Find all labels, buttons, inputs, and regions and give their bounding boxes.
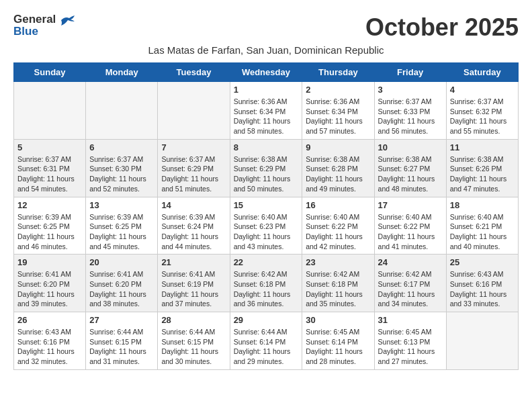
day-number: 18 xyxy=(450,200,515,210)
day-number: 11 xyxy=(450,142,515,152)
day-info: Sunrise: 6:38 AM Sunset: 6:26 PM Dayligh… xyxy=(450,154,515,194)
table-row: 4Sunrise: 6:37 AM Sunset: 6:32 PM Daylig… xyxy=(446,82,518,140)
table-row: 2Sunrise: 6:36 AM Sunset: 6:34 PM Daylig… xyxy=(302,82,374,140)
table-row: 12Sunrise: 6:39 AM Sunset: 6:25 PM Dayli… xyxy=(14,197,86,255)
day-info: Sunrise: 6:40 AM Sunset: 6:23 PM Dayligh… xyxy=(234,212,299,252)
table-row: 10Sunrise: 6:38 AM Sunset: 6:27 PM Dayli… xyxy=(374,139,446,197)
table-row: 24Sunrise: 6:42 AM Sunset: 6:17 PM Dayli… xyxy=(374,255,446,312)
table-row: 28Sunrise: 6:44 AM Sunset: 6:15 PM Dayli… xyxy=(158,312,230,370)
table-row: 5Sunrise: 6:37 AM Sunset: 6:31 PM Daylig… xyxy=(14,139,86,197)
day-info: Sunrise: 6:44 AM Sunset: 6:15 PM Dayligh… xyxy=(161,327,226,367)
day-number: 3 xyxy=(378,85,443,95)
calendar-header-row: Sunday Monday Tuesday Wednesday Thursday… xyxy=(14,63,519,82)
calendar-week-row: 1Sunrise: 6:36 AM Sunset: 6:34 PM Daylig… xyxy=(14,82,519,140)
day-info: Sunrise: 6:37 AM Sunset: 6:31 PM Dayligh… xyxy=(17,154,82,194)
day-number: 10 xyxy=(378,142,443,152)
day-info: Sunrise: 6:42 AM Sunset: 6:17 PM Dayligh… xyxy=(378,269,443,309)
day-number: 28 xyxy=(161,315,226,325)
day-info: Sunrise: 6:41 AM Sunset: 6:19 PM Dayligh… xyxy=(161,269,226,309)
table-row: 8Sunrise: 6:38 AM Sunset: 6:29 PM Daylig… xyxy=(230,139,302,197)
table-row: 13Sunrise: 6:39 AM Sunset: 6:25 PM Dayli… xyxy=(86,197,158,255)
table-row: 18Sunrise: 6:40 AM Sunset: 6:21 PM Dayli… xyxy=(446,197,518,255)
day-number: 19 xyxy=(17,257,82,267)
col-saturday: Saturday xyxy=(446,63,518,82)
day-number: 7 xyxy=(161,142,226,152)
day-number: 25 xyxy=(450,257,515,267)
day-info: Sunrise: 6:38 AM Sunset: 6:28 PM Dayligh… xyxy=(306,154,370,194)
calendar-week-row: 12Sunrise: 6:39 AM Sunset: 6:25 PM Dayli… xyxy=(14,197,519,255)
table-row: 17Sunrise: 6:40 AM Sunset: 6:22 PM Dayli… xyxy=(374,197,446,255)
day-info: Sunrise: 6:44 AM Sunset: 6:14 PM Dayligh… xyxy=(234,327,299,367)
day-info: Sunrise: 6:40 AM Sunset: 6:22 PM Dayligh… xyxy=(378,212,443,252)
table-row: 27Sunrise: 6:44 AM Sunset: 6:15 PM Dayli… xyxy=(86,312,158,370)
logo-general: General xyxy=(13,13,56,26)
day-number: 16 xyxy=(306,200,370,210)
table-row: 22Sunrise: 6:42 AM Sunset: 6:18 PM Dayli… xyxy=(230,255,302,312)
month-title: October 2025 xyxy=(365,13,519,42)
table-row: 3Sunrise: 6:37 AM Sunset: 6:33 PM Daylig… xyxy=(374,82,446,140)
calendar-week-row: 26Sunrise: 6:43 AM Sunset: 6:16 PM Dayli… xyxy=(14,312,519,370)
day-number: 31 xyxy=(378,315,443,325)
day-info: Sunrise: 6:45 AM Sunset: 6:13 PM Dayligh… xyxy=(378,327,443,367)
day-info: Sunrise: 6:43 AM Sunset: 6:16 PM Dayligh… xyxy=(450,269,515,309)
day-info: Sunrise: 6:36 AM Sunset: 6:34 PM Dayligh… xyxy=(306,97,370,136)
day-number: 2 xyxy=(306,85,370,95)
day-info: Sunrise: 6:45 AM Sunset: 6:14 PM Dayligh… xyxy=(306,327,370,367)
day-number: 20 xyxy=(89,257,154,267)
table-row: 26Sunrise: 6:43 AM Sunset: 6:16 PM Dayli… xyxy=(14,312,86,370)
day-info: Sunrise: 6:39 AM Sunset: 6:25 PM Dayligh… xyxy=(89,212,154,252)
calendar-week-row: 5Sunrise: 6:37 AM Sunset: 6:31 PM Daylig… xyxy=(14,139,519,197)
calendar-table: Sunday Monday Tuesday Wednesday Thursday… xyxy=(13,62,519,370)
day-info: Sunrise: 6:39 AM Sunset: 6:25 PM Dayligh… xyxy=(17,212,82,252)
day-number: 13 xyxy=(89,200,154,210)
day-number: 14 xyxy=(161,200,226,210)
day-info: Sunrise: 6:37 AM Sunset: 6:30 PM Dayligh… xyxy=(89,154,154,194)
day-info: Sunrise: 6:40 AM Sunset: 6:22 PM Dayligh… xyxy=(306,212,370,252)
day-number: 5 xyxy=(17,142,82,152)
table-row: 7Sunrise: 6:37 AM Sunset: 6:29 PM Daylig… xyxy=(158,139,230,197)
day-info: Sunrise: 6:36 AM Sunset: 6:34 PM Dayligh… xyxy=(234,97,299,136)
col-sunday: Sunday xyxy=(14,63,86,82)
day-number: 12 xyxy=(17,200,82,210)
table-row: 15Sunrise: 6:40 AM Sunset: 6:23 PM Dayli… xyxy=(230,197,302,255)
col-friday: Friday xyxy=(374,63,446,82)
logo: General Blue xyxy=(13,13,75,38)
day-number: 17 xyxy=(378,200,443,210)
table-row xyxy=(86,82,158,140)
day-info: Sunrise: 6:37 AM Sunset: 6:33 PM Dayligh… xyxy=(378,97,443,136)
day-number: 1 xyxy=(234,85,299,95)
day-number: 21 xyxy=(161,257,226,267)
day-info: Sunrise: 6:43 AM Sunset: 6:16 PM Dayligh… xyxy=(17,327,82,367)
day-number: 22 xyxy=(234,257,299,267)
bird-icon xyxy=(60,15,75,26)
day-info: Sunrise: 6:37 AM Sunset: 6:32 PM Dayligh… xyxy=(450,97,515,136)
day-info: Sunrise: 6:42 AM Sunset: 6:18 PM Dayligh… xyxy=(306,269,370,309)
col-tuesday: Tuesday xyxy=(158,63,230,82)
day-info: Sunrise: 6:41 AM Sunset: 6:20 PM Dayligh… xyxy=(89,269,154,309)
table-row: 29Sunrise: 6:44 AM Sunset: 6:14 PM Dayli… xyxy=(230,312,302,370)
day-info: Sunrise: 6:38 AM Sunset: 6:29 PM Dayligh… xyxy=(234,154,299,194)
page-container: General Blue October 2025 Las Matas de F… xyxy=(13,13,519,370)
day-info: Sunrise: 6:38 AM Sunset: 6:27 PM Dayligh… xyxy=(378,154,443,194)
table-row: 11Sunrise: 6:38 AM Sunset: 6:26 PM Dayli… xyxy=(446,139,518,197)
col-monday: Monday xyxy=(86,63,158,82)
day-number: 6 xyxy=(89,142,154,152)
table-row: 20Sunrise: 6:41 AM Sunset: 6:20 PM Dayli… xyxy=(86,255,158,312)
day-info: Sunrise: 6:37 AM Sunset: 6:29 PM Dayligh… xyxy=(161,154,226,194)
table-row: 23Sunrise: 6:42 AM Sunset: 6:18 PM Dayli… xyxy=(302,255,374,312)
day-number: 9 xyxy=(306,142,370,152)
calendar-week-row: 19Sunrise: 6:41 AM Sunset: 6:20 PM Dayli… xyxy=(14,255,519,312)
table-row: 9Sunrise: 6:38 AM Sunset: 6:28 PM Daylig… xyxy=(302,139,374,197)
header: General Blue October 2025 xyxy=(13,13,519,42)
table-row: 30Sunrise: 6:45 AM Sunset: 6:14 PM Dayli… xyxy=(302,312,374,370)
day-info: Sunrise: 6:41 AM Sunset: 6:20 PM Dayligh… xyxy=(17,269,82,309)
table-row: 31Sunrise: 6:45 AM Sunset: 6:13 PM Dayli… xyxy=(374,312,446,370)
table-row xyxy=(446,312,518,370)
logo-blue: Blue xyxy=(13,25,38,38)
day-number: 24 xyxy=(378,257,443,267)
day-number: 26 xyxy=(17,315,82,325)
day-info: Sunrise: 6:40 AM Sunset: 6:21 PM Dayligh… xyxy=(450,212,515,252)
col-wednesday: Wednesday xyxy=(230,63,302,82)
day-number: 23 xyxy=(306,257,370,267)
day-info: Sunrise: 6:42 AM Sunset: 6:18 PM Dayligh… xyxy=(234,269,299,309)
